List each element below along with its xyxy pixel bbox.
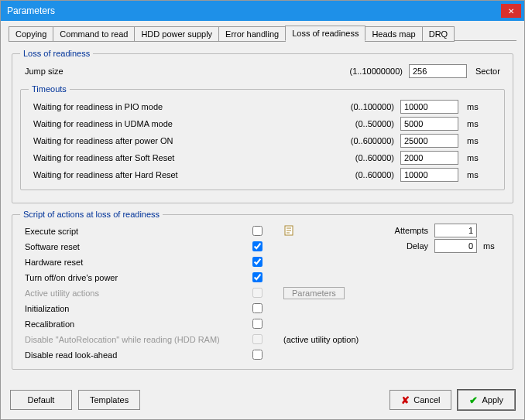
group-script-actions: Script of actions at loss of readiness A…: [12, 210, 513, 370]
tab-label: Loss of readiness: [292, 29, 359, 38]
group-legend: Script of actions at loss of readiness: [20, 210, 163, 219]
script-label: Execute script: [20, 227, 252, 236]
script-activeutility-row: Active utility actions Parameters: [20, 285, 505, 301]
jump-size-label: Jump size: [20, 67, 339, 76]
script-label: Recalibration: [20, 319, 252, 329]
delay-label: Delay: [382, 239, 428, 253]
close-icon: ✕: [508, 7, 514, 15]
script-label: Active utility actions: [20, 289, 252, 298]
timeout-unit: ms: [462, 170, 496, 179]
script-execute-row: Execute script: [20, 224, 505, 239]
script-label: Hardware reset: [20, 258, 252, 267]
timeout-range: (0..100000): [331, 102, 400, 111]
script-lookahead-checkbox[interactable]: [252, 350, 262, 360]
timeout-softreset-row: Waiting for readiness after Soft Reset (…: [29, 149, 496, 166]
timeout-hardreset-input[interactable]: [400, 168, 458, 182]
timeout-udma-row: Waiting for readiness in UDMA mode (0..5…: [29, 115, 496, 132]
jump-size-unit: Sector: [471, 67, 505, 76]
parameters-window: Parameters ✕ Copying Command to read HDD…: [0, 0, 525, 420]
templates-button[interactable]: Templates: [78, 390, 140, 410]
tab-copying[interactable]: Copying: [9, 26, 53, 42]
timeout-unit: ms: [462, 136, 496, 145]
script-label: Initialization: [20, 304, 252, 313]
tab-hdd-power-supply[interactable]: HDD power supply: [134, 26, 219, 42]
cancel-icon: ✘: [401, 394, 410, 406]
timeout-label: Waiting for readiness in UDMA mode: [29, 119, 331, 128]
script-initialization-row: Initialization: [20, 301, 505, 316]
script-label: Turn off/on drive's power: [20, 273, 252, 282]
timeout-label: Waiting for readiness after power ON: [29, 136, 331, 145]
script-file-icon[interactable]: [283, 224, 296, 237]
group-loss-of-readiness: Loss of readiness Jump size (1..10000000…: [12, 49, 513, 203]
script-label: Disable "AutoRelocation" while reading (…: [20, 335, 252, 344]
script-autorelocation-checkbox: [252, 334, 262, 344]
script-recalibration-checkbox[interactable]: [252, 319, 262, 329]
timeout-range: (0..60000): [331, 170, 400, 179]
footer: Default Templates ✘ Cancel ✔ Apply: [1, 384, 524, 419]
timeout-range: (0..60000): [331, 153, 400, 162]
timeout-poweron-input[interactable]: [400, 134, 458, 148]
script-powercycle-checkbox[interactable]: [252, 272, 262, 282]
tab-heads-map[interactable]: Heads map: [365, 26, 422, 42]
tab-drq[interactable]: DRQ: [422, 26, 455, 42]
script-label: Software reset: [20, 242, 252, 251]
timeout-softreset-input[interactable]: [400, 151, 458, 165]
script-autorelocation-row: Disable "AutoRelocation" while reading (…: [20, 332, 505, 347]
jump-size-range: (1..10000000): [339, 67, 409, 76]
script-activeutility-checkbox: [252, 288, 262, 298]
jump-size-row: Jump size (1..10000000) Sector: [20, 63, 505, 80]
close-button[interactable]: ✕: [501, 4, 521, 18]
script-label: Disable read look-ahead: [20, 350, 252, 360]
jump-size-input[interactable]: [409, 64, 467, 78]
tab-label: DRQ: [429, 29, 448, 39]
tab-body: Loss of readiness Jump size (1..10000000…: [1, 41, 524, 384]
tab-label: Copying: [15, 29, 46, 39]
timeout-pio-input[interactable]: [400, 100, 458, 114]
timeout-range: (0..50000): [331, 119, 400, 128]
tabstrip: Copying Command to read HDD power supply…: [1, 21, 524, 41]
script-hardreset-checkbox[interactable]: [252, 257, 262, 267]
script-lookahead-row: Disable read look-ahead: [20, 347, 505, 363]
tab-label: HDD power supply: [141, 29, 212, 39]
titlebar: Parameters ✕: [1, 1, 524, 21]
cancel-button[interactable]: ✘ Cancel: [389, 390, 451, 410]
timeout-label: Waiting for readiness after Soft Reset: [29, 153, 331, 162]
script-execute-checkbox[interactable]: [252, 226, 262, 236]
timeout-poweron-row: Waiting for readiness after power ON (0.…: [29, 132, 496, 149]
window-title: Parameters: [7, 5, 501, 16]
timeout-unit: ms: [462, 102, 496, 111]
apply-button[interactable]: ✔ Apply: [458, 390, 515, 410]
script-initialization-checkbox[interactable]: [252, 303, 262, 313]
tab-error-handling[interactable]: Error handling: [218, 26, 286, 42]
timeout-range: (0..600000): [331, 136, 400, 145]
tab-label: Command to read: [60, 29, 128, 39]
timeout-unit: ms: [462, 119, 496, 128]
active-utility-option-note: (active utility option): [283, 335, 505, 344]
timeout-label: Waiting for readiness after Hard Reset: [29, 170, 331, 179]
group-legend: Loss of readiness: [20, 49, 93, 58]
timeout-udma-input[interactable]: [400, 117, 458, 131]
tab-loss-of-readiness[interactable]: Loss of readiness: [285, 26, 365, 41]
delay-input[interactable]: [434, 239, 477, 253]
group-timeouts: Timeouts Waiting for readiness in PIO mo…: [20, 84, 505, 190]
timeout-hardreset-row: Waiting for readiness after Hard Reset (…: [29, 166, 496, 183]
apply-icon: ✔: [469, 394, 478, 406]
timeout-unit: ms: [462, 153, 496, 162]
group-legend: Timeouts: [29, 84, 70, 94]
script-recalibration-row: Recalibration: [20, 316, 505, 332]
tab-command-to-read[interactable]: Command to read: [53, 26, 135, 42]
script-powercycle-row: Turn off/on drive's power: [20, 270, 505, 285]
tab-label: Heads map: [372, 29, 415, 39]
timeout-label: Waiting for readiness in PIO mode: [29, 102, 331, 111]
default-button[interactable]: Default: [10, 390, 72, 410]
script-softreset-checkbox[interactable]: [252, 241, 262, 251]
timeout-pio-row: Waiting for readiness in PIO mode (0..10…: [29, 98, 496, 115]
script-softreset-row: Software reset: [20, 239, 505, 254]
script-hardreset-row: Hardware reset: [20, 254, 505, 270]
tab-label: Error handling: [225, 29, 279, 39]
delay-unit: ms: [483, 239, 502, 253]
parameters-button: Parameters: [283, 287, 345, 299]
